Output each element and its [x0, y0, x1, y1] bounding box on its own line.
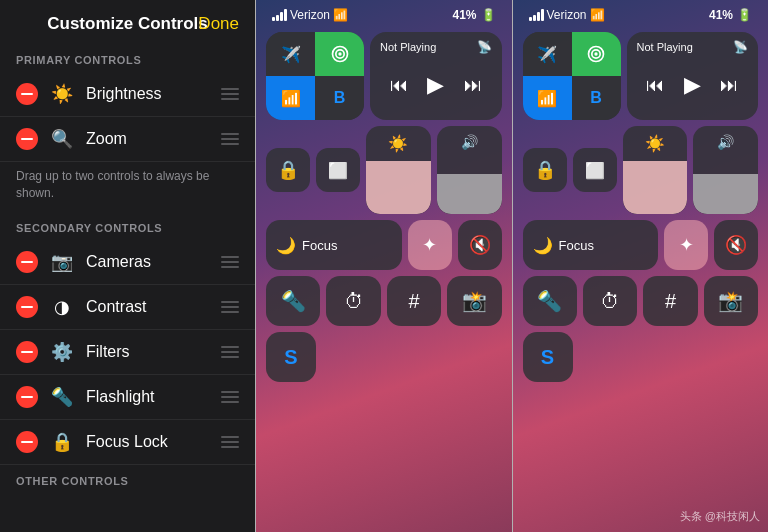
phone-panel-left: Verizon 📶 41% 🔋 ✈️ 📶 B [256, 0, 512, 532]
airplane-cell-left[interactable]: ✈️ [266, 32, 315, 76]
connectivity-tile-right[interactable]: ✈️ 📶 B [523, 32, 621, 120]
filters-icon: ⚙️ [48, 338, 76, 366]
connectivity-tile-left[interactable]: ✈️ 📶 B [266, 32, 364, 120]
camera-tile-left[interactable]: 📸 [447, 276, 501, 326]
contrast-drag-handle[interactable] [221, 301, 239, 313]
sliders-left: ☀️ 🔊 [366, 126, 502, 214]
focus-tile-left[interactable]: 🌙 Focus [266, 220, 402, 270]
focus-lock-drag-handle[interactable] [221, 436, 239, 448]
zoom-drag-handle[interactable] [221, 133, 239, 145]
cellular-cell-left[interactable] [315, 32, 364, 76]
left-panel: Customize Controls Done PRIMARY CONTROLS… [0, 0, 255, 532]
flashlight-drag-handle[interactable] [221, 391, 239, 403]
brightness-icon-left: ☀️ [388, 134, 408, 153]
wifi-cell-left[interactable]: 📶 [266, 76, 315, 120]
cellular-cell-right[interactable] [572, 32, 621, 76]
volume-slider-left[interactable]: 🔇 [458, 220, 502, 270]
battery-right: 41% [709, 8, 733, 22]
rotation-lock-right[interactable]: 🔒 [523, 148, 567, 192]
np-play-left[interactable]: ▶ [427, 72, 444, 98]
primary-section-label: PRIMARY CONTROLS [0, 44, 255, 72]
flashlight-tile-right[interactable]: 🔦 [523, 276, 577, 326]
remove-filters-button[interactable] [16, 341, 38, 363]
status-right-right: 41% 🔋 [709, 8, 752, 22]
camera-tile-right[interactable]: 📸 [704, 276, 758, 326]
calculator-tile-right[interactable]: # [643, 276, 697, 326]
brightness-slider-left[interactable]: ✦ [408, 220, 452, 270]
brightness-slider-right[interactable]: ✦ [664, 220, 708, 270]
cc-row-2-left: 🔒 ⬜ ☀️ 🔊 [266, 126, 502, 214]
shazam-tile-left[interactable]: S [266, 332, 316, 382]
focus-icons-left: 🌙 [276, 236, 296, 255]
filters-drag-handle[interactable] [221, 346, 239, 358]
np-title-left: Not Playing [380, 41, 436, 53]
volume-fill-left [437, 174, 502, 214]
other-section-label: OTHER CONTROLS [0, 465, 255, 493]
now-playing-tile-left[interactable]: Not Playing 📡 ⏮ ▶ ⏭ [370, 32, 502, 120]
screen-mirror-right[interactable]: ⬜ [573, 148, 617, 192]
volume-tile-left[interactable]: 🔊 [437, 126, 502, 214]
np-play-right[interactable]: ▶ [684, 72, 701, 98]
brightness-tile-right[interactable]: ☀️ [623, 126, 688, 214]
np-next-right[interactable]: ⏭ [720, 75, 738, 96]
shazam-tile-right[interactable]: S [523, 332, 573, 382]
cameras-drag-handle[interactable] [221, 256, 239, 268]
focus-label-right: Focus [559, 238, 594, 253]
cast-icon-left: 📡 [477, 40, 492, 54]
filters-label: Filters [86, 343, 211, 361]
status-right-left: 41% 🔋 [452, 8, 495, 22]
remove-zoom-button[interactable] [16, 128, 38, 150]
cc-row-5-left: S [266, 332, 502, 382]
battery-icon-left: 🔋 [481, 8, 496, 22]
brightness-drag-handle[interactable] [221, 88, 239, 100]
np-controls-right: ⏮ ▶ ⏭ [637, 58, 749, 112]
done-button[interactable]: Done [198, 14, 239, 34]
brightness-icon: ☀️ [48, 80, 76, 108]
signal-icon-left [272, 9, 287, 21]
np-top-right: Not Playing 📡 [637, 40, 749, 54]
filters-item: ⚙️ Filters [0, 330, 255, 375]
bluetooth-cell-left[interactable]: B [315, 76, 364, 120]
volume-tile-right[interactable]: 🔊 [693, 126, 758, 214]
wifi-icon-left: 📶 [333, 8, 348, 22]
calculator-tile-left[interactable]: # [387, 276, 441, 326]
contrast-icon: ◑ [48, 293, 76, 321]
flashlight-tile-left[interactable]: 🔦 [266, 276, 320, 326]
brightness-item: ☀️ Brightness [0, 72, 255, 117]
cc-left: ✈️ 📶 B Not Playing 📡 ⏮ ▶ ⏭ [256, 26, 512, 388]
np-next-left[interactable]: ⏭ [464, 75, 482, 96]
wifi-cell-right[interactable]: 📶 [523, 76, 572, 120]
cc-right: ✈️ 📶 B Not Playing 📡 ⏮ ▶ ⏭ [513, 26, 769, 388]
np-prev-left[interactable]: ⏮ [390, 75, 408, 96]
brightness-tile-left[interactable]: ☀️ [366, 126, 431, 214]
svg-point-2 [338, 52, 341, 55]
screen-mirror-left[interactable]: ⬜ [316, 148, 360, 192]
volume-slider-right[interactable]: 🔇 [714, 220, 758, 270]
brightness-icon-right: ☀️ [645, 134, 665, 153]
np-prev-right[interactable]: ⏮ [646, 75, 664, 96]
focus-tile-right[interactable]: 🌙 Focus [523, 220, 659, 270]
np-controls-left: ⏮ ▶ ⏭ [380, 58, 492, 112]
phone-panel-right: Verizon 📶 41% 🔋 ✈️ 📶 B [513, 0, 769, 532]
remove-flashlight-button[interactable] [16, 386, 38, 408]
cc-row-3-left: 🌙 Focus ✦ 🔇 [266, 220, 502, 270]
remove-contrast-button[interactable] [16, 296, 38, 318]
secondary-section-label: SECONDARY CONTROLS [0, 212, 255, 240]
cc-row-4-left: 🔦 ⏱ # 📸 [266, 276, 502, 326]
now-playing-tile-right[interactable]: Not Playing 📡 ⏮ ▶ ⏭ [627, 32, 759, 120]
rotation-lock-left[interactable]: 🔒 [266, 148, 310, 192]
bluetooth-cell-right[interactable]: B [572, 76, 621, 120]
timer-tile-left[interactable]: ⏱ [326, 276, 380, 326]
battery-left: 41% [452, 8, 476, 22]
airplane-cell-right[interactable]: ✈️ [523, 32, 572, 76]
signal-icon-right [529, 9, 544, 21]
cameras-icon: 📷 [48, 248, 76, 276]
wifi-icon-right: 📶 [590, 8, 605, 22]
timer-tile-right[interactable]: ⏱ [583, 276, 637, 326]
remove-brightness-button[interactable] [16, 83, 38, 105]
contrast-label: Contrast [86, 298, 211, 316]
volume-icon-right: 🔊 [717, 134, 734, 150]
remove-cameras-button[interactable] [16, 251, 38, 273]
remove-focus-lock-button[interactable] [16, 431, 38, 453]
brightness-fill-left [366, 161, 431, 214]
